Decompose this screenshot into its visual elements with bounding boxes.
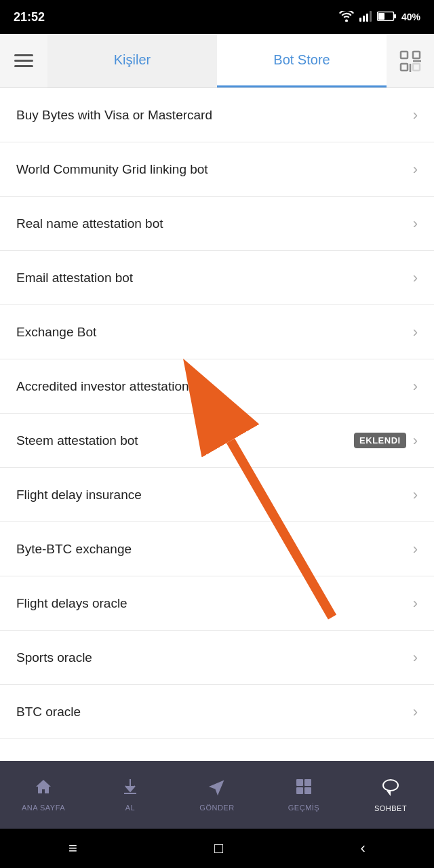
- system-nav: ≡ □ ‹: [0, 829, 434, 868]
- chevron-right-icon: ›: [413, 106, 418, 124]
- chevron-right-icon: ›: [413, 649, 418, 667]
- list-item-right: ›: [413, 540, 418, 558]
- nav-icon: [208, 778, 226, 800]
- chevron-right-icon: ›: [413, 540, 418, 558]
- svg-rect-7: [401, 52, 408, 58]
- list-item-label: Flight delays oracle: [16, 596, 127, 611]
- list-item[interactable]: Real name attestation bot›: [0, 197, 434, 251]
- list-item[interactable]: Exchange Bot›: [0, 305, 434, 359]
- list-item-label: Byte-BTC exchange: [16, 542, 132, 557]
- svg-marker-21: [387, 791, 391, 796]
- battery-percent: 40%: [401, 12, 420, 22]
- list-item[interactable]: Flight delay insurance›: [0, 468, 434, 522]
- list-item[interactable]: Email attestation bot›: [0, 251, 434, 305]
- chevron-right-icon: ›: [413, 215, 418, 233]
- nav-item-al[interactable]: AL: [87, 778, 174, 812]
- list-item[interactable]: Steem attestation botEKLENDI›: [0, 414, 434, 468]
- list-item-label: BTC oracle: [16, 705, 81, 719]
- recents-sys-button[interactable]: □: [214, 840, 223, 857]
- tab-bot-store[interactable]: Bot Store: [217, 34, 387, 87]
- list-item[interactable]: Buy Bytes with Visa or Mastercard›: [0, 88, 434, 142]
- chevron-right-icon: ›: [413, 432, 418, 450]
- status-bar: 21:52 40%: [0, 0, 434, 34]
- svg-rect-5: [394, 14, 396, 18]
- header: Kişiler Bot Store: [0, 34, 434, 88]
- svg-rect-17: [304, 779, 311, 786]
- list-item[interactable]: Byte-BTC exchange›: [0, 522, 434, 576]
- list-item-right: ›: [413, 703, 418, 721]
- time: 21:52: [14, 10, 45, 24]
- svg-rect-19: [304, 787, 311, 794]
- svg-point-22: [384, 781, 397, 790]
- home-sys-button[interactable]: ≡: [68, 840, 77, 857]
- chevron-right-icon: ›: [413, 269, 418, 287]
- nav-label: SOHBET: [374, 804, 407, 812]
- chevron-right-icon: ›: [413, 161, 418, 178]
- list-item-label: Email attestation bot: [16, 271, 133, 285]
- list-item-right: ›: [413, 595, 418, 612]
- back-sys-button[interactable]: ‹: [361, 840, 366, 857]
- svg-rect-6: [378, 13, 384, 20]
- list-item[interactable]: Flight delays oracle›: [0, 576, 434, 631]
- nav-icon: [121, 778, 139, 800]
- chevron-right-icon: ›: [413, 486, 418, 504]
- list-item-right: EKLENDI›: [354, 432, 418, 450]
- wifi-icon: [339, 11, 354, 24]
- list-item[interactable]: BTC oracle›: [0, 685, 434, 739]
- svg-rect-1: [363, 16, 365, 22]
- list-item-right: ›: [413, 323, 418, 341]
- list-item-right: ›: [413, 106, 418, 124]
- chevron-right-icon: ›: [413, 323, 418, 341]
- list-item-label: Real name attestation bot: [16, 216, 163, 231]
- bot-list: Buy Bytes with Visa or Mastercard›World …: [0, 88, 434, 739]
- svg-rect-10: [413, 64, 420, 71]
- status-icons: 40%: [339, 11, 420, 24]
- list-item-right: ›: [413, 378, 418, 395]
- svg-rect-9: [401, 64, 408, 71]
- list-item[interactable]: Sports oracle›: [0, 631, 434, 685]
- bottom-nav: ANA SAYFAALGÖNDERGEÇMİŞSOHBET: [0, 761, 434, 829]
- scan-button[interactable]: [387, 50, 434, 72]
- list-item-label: Steem attestation bot: [16, 433, 138, 448]
- svg-rect-18: [296, 787, 303, 794]
- svg-rect-8: [413, 52, 420, 58]
- nav-item-sohbet[interactable]: SOHBET: [347, 777, 434, 812]
- signal-icon: [359, 11, 372, 24]
- nav-item-gemi[interactable]: GEÇMİŞ: [260, 778, 347, 812]
- list-item-right: ›: [413, 649, 418, 667]
- svg-rect-15: [124, 793, 136, 794]
- list-item-label: Flight delay insurance: [16, 488, 142, 502]
- menu-button[interactable]: [0, 54, 47, 67]
- chevron-right-icon: ›: [413, 703, 418, 721]
- battery-icon: [377, 12, 396, 23]
- list-item-label: Exchange Bot: [16, 325, 96, 340]
- svg-rect-2: [366, 14, 368, 22]
- list-item-right: ›: [413, 161, 418, 178]
- nav-item-gnder[interactable]: GÖNDER: [174, 778, 260, 812]
- nav-label: GEÇMİŞ: [288, 804, 319, 812]
- list-item[interactable]: World Community Grid linking bot›: [0, 142, 434, 197]
- list-item-right: ›: [413, 215, 418, 233]
- list-item-label: Buy Bytes with Visa or Mastercard: [16, 108, 212, 123]
- hamburger-icon: [14, 54, 33, 67]
- list-item-label: Sports oracle: [16, 650, 92, 665]
- chevron-right-icon: ›: [413, 595, 418, 612]
- svg-rect-16: [296, 779, 303, 786]
- nav-label: ANA SAYFA: [22, 804, 65, 812]
- list-item-label: Accredited investor attestation bot: [16, 379, 210, 394]
- tab-bar: Kişiler Bot Store: [47, 34, 387, 87]
- list-item-right: ›: [413, 486, 418, 504]
- tab-kisiler[interactable]: Kişiler: [47, 34, 217, 87]
- eklendi-badge: EKLENDI: [354, 433, 406, 448]
- svg-rect-3: [370, 11, 372, 22]
- nav-icon: [295, 778, 313, 800]
- nav-label: AL: [125, 804, 135, 812]
- svg-rect-0: [359, 18, 361, 22]
- nav-icon: [35, 778, 52, 800]
- list-item-label: World Community Grid linking bot: [16, 162, 208, 177]
- nav-icon: [381, 777, 400, 801]
- list-item[interactable]: Accredited investor attestation bot›: [0, 359, 434, 414]
- nav-item-anasayfa[interactable]: ANA SAYFA: [0, 778, 87, 812]
- list-item-right: ›: [413, 269, 418, 287]
- chevron-right-icon: ›: [413, 378, 418, 395]
